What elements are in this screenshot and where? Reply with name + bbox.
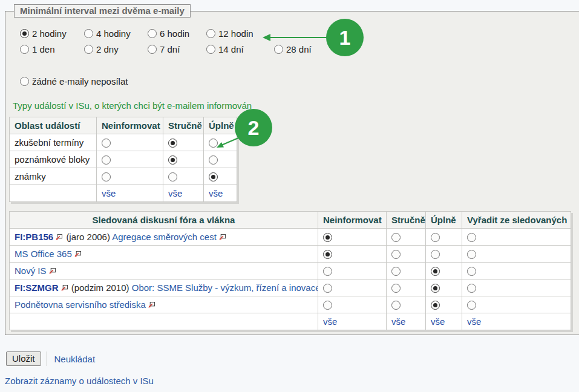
- select-all-neinformovat-link[interactable]: vše: [323, 316, 337, 327]
- event-0-strucne-radio[interactable]: [168, 139, 177, 148]
- forum-0-uplne-radio[interactable]: [431, 233, 440, 242]
- table-header-row: Oblast událostí Neinformovat Stručně Úpl…: [10, 117, 237, 134]
- radio-label: žádné e-maily neposílat: [32, 76, 128, 87]
- thread-link[interactable]: Agregace směrových cest: [112, 232, 217, 242]
- event-types-heading: Typy událostí v ISu, o kterých chci být …: [9, 100, 579, 111]
- event-row-label: známky: [10, 168, 97, 185]
- thread-link[interactable]: Obor: SSME Služby - výzkum, řízení a ino…: [132, 283, 318, 293]
- select-all-vyradit-link[interactable]: vše: [467, 316, 481, 327]
- radio-no-emails[interactable]: [20, 77, 29, 86]
- radio-12-hodin[interactable]: [206, 29, 215, 38]
- course-link[interactable]: FI:PB156: [15, 232, 53, 242]
- event-0-neinformovat-radio[interactable]: [102, 139, 111, 148]
- forum-link[interactable]: Nový IS: [15, 266, 47, 276]
- forum-0-neinformovat-radio[interactable]: [323, 233, 332, 242]
- interval-option-6-hodin[interactable]: 6 hodin: [148, 28, 206, 39]
- forum-3-uplne-radio[interactable]: [431, 284, 440, 293]
- watched-forums-table: Sledovaná diskusní fóra a vlákna Neinfor…: [9, 211, 571, 330]
- external-link-icon[interactable]: [148, 302, 155, 309]
- forum-4-neinformovat-radio[interactable]: [323, 301, 332, 310]
- interval-option-none[interactable]: žádné e-maily neposílat: [20, 76, 128, 87]
- term-label: (podzim 2010): [71, 283, 129, 293]
- select-all-strucne-link[interactable]: vše: [391, 316, 405, 327]
- table-row: FI:PB156 (jaro 2006) Agregace směrových …: [10, 229, 571, 246]
- forum-2-strucne-radio[interactable]: [391, 267, 401, 276]
- save-button[interactable]: Uložit: [6, 351, 41, 366]
- forum-1-neinformovat-radio[interactable]: [323, 250, 332, 259]
- forum-0-vyradit-radio[interactable]: [467, 233, 476, 242]
- forum-2-uplne-radio[interactable]: [431, 267, 440, 276]
- event-1-uplne-radio[interactable]: [209, 155, 218, 165]
- event-row-label: poznámkové bloky: [10, 151, 97, 168]
- col-header-strucne: Stručně: [387, 212, 426, 229]
- external-link-icon[interactable]: [219, 234, 226, 241]
- event-2-neinformovat-radio[interactable]: [102, 172, 111, 181]
- forum-4-strucne-radio[interactable]: [391, 301, 401, 310]
- forum-1-vyradit-radio[interactable]: [467, 250, 476, 259]
- select-all-strucne-link[interactable]: vše: [168, 188, 182, 198]
- annotation-circle-1: 1: [326, 19, 364, 56]
- event-0-uplne-radio[interactable]: [209, 139, 218, 148]
- radio-28-dni[interactable]: [274, 45, 283, 54]
- empty-cell: [10, 185, 97, 202]
- interval-option-14-dni[interactable]: 14 dní: [206, 44, 274, 54]
- forum-4-vyradit-radio[interactable]: [467, 301, 476, 310]
- forum-0-strucne-radio[interactable]: [391, 233, 401, 242]
- event-2-uplne-radio[interactable]: [209, 172, 218, 181]
- table-row: MS Office 365: [10, 246, 571, 263]
- event-types-table: Oblast událostí Neinformovat Stručně Úpl…: [9, 117, 237, 202]
- table-row: zkušební termíny: [10, 134, 237, 151]
- annotation-circle-2: 2: [235, 109, 272, 146]
- event-1-neinformovat-radio[interactable]: [102, 155, 111, 165]
- forum-3-vyradit-radio[interactable]: [467, 284, 476, 293]
- col-header-uplne: Úplně: [426, 212, 462, 229]
- radio-14-dni[interactable]: [206, 45, 215, 54]
- radio-2-hodiny[interactable]: [20, 29, 29, 38]
- table-row: známky: [10, 168, 237, 185]
- external-link-icon[interactable]: [61, 285, 68, 292]
- radio-2-dny[interactable]: [84, 45, 93, 54]
- radio-6-hodin[interactable]: [148, 29, 157, 38]
- interval-option-2-dny[interactable]: 2 dny: [84, 44, 148, 54]
- event-2-strucne-radio[interactable]: [168, 172, 177, 181]
- event-1-strucne-radio[interactable]: [168, 155, 177, 165]
- interval-option-4-hodiny[interactable]: 4 hodiny: [84, 28, 148, 39]
- select-all-uplne-link[interactable]: vše: [431, 316, 445, 327]
- interval-fieldset: Minimální interval mezi dvěma e-maily 2 …: [5, 11, 579, 335]
- show-event-log-link[interactable]: Zobrazit záznamy o událostech v ISu: [5, 376, 154, 386]
- forum-2-neinformovat-radio[interactable]: [323, 267, 332, 276]
- forum-3-strucne-radio[interactable]: [391, 284, 401, 293]
- radio-label: 7 dní: [160, 44, 180, 54]
- select-all-row: vše vše vše vše: [10, 313, 571, 330]
- interval-option-2-hodiny[interactable]: 2 hodiny: [20, 28, 84, 39]
- radio-label: 2 dny: [96, 44, 119, 54]
- event-row-label: zkušební termíny: [10, 134, 97, 151]
- radio-label: 28 dní: [286, 44, 312, 54]
- external-link-icon[interactable]: [56, 234, 62, 241]
- table-row: FI:SZMGR (podzim 2010) Obor: SSME Služby…: [10, 279, 571, 296]
- forum-link[interactable]: MS Office 365: [15, 249, 72, 259]
- forum-3-neinformovat-radio[interactable]: [323, 284, 332, 293]
- discard-link[interactable]: Neukládat: [54, 354, 96, 364]
- select-all-neinformovat-link[interactable]: vše: [102, 188, 116, 198]
- external-link-icon[interactable]: [49, 268, 56, 275]
- radio-label: 2 hodiny: [32, 28, 67, 39]
- divider: [47, 351, 47, 366]
- forum-link[interactable]: Podnětovna servisního střediska: [15, 299, 146, 310]
- forum-4-uplne-radio[interactable]: [431, 301, 440, 310]
- interval-option-12-hodin[interactable]: 12 hodin: [206, 28, 274, 39]
- interval-option-1-den[interactable]: 1 den: [20, 44, 84, 54]
- radio-7-dni[interactable]: [148, 45, 157, 54]
- forum-1-strucne-radio[interactable]: [391, 250, 401, 259]
- interval-option-7-dni[interactable]: 7 dní: [148, 44, 206, 54]
- table-row: Podnětovna servisního střediska: [10, 296, 571, 313]
- select-all-uplne-link[interactable]: vše: [209, 188, 223, 198]
- external-link-icon[interactable]: [74, 251, 81, 258]
- radio-4-hodiny[interactable]: [84, 29, 93, 38]
- radio-1-den[interactable]: [20, 45, 29, 54]
- forum-1-uplne-radio[interactable]: [431, 250, 440, 259]
- course-link[interactable]: FI:SZMGR: [15, 283, 59, 293]
- radio-label: 6 hodin: [160, 28, 189, 39]
- fieldset-legend: Minimální interval mezi dvěma e-maily: [14, 4, 191, 18]
- forum-2-vyradit-radio[interactable]: [467, 267, 476, 276]
